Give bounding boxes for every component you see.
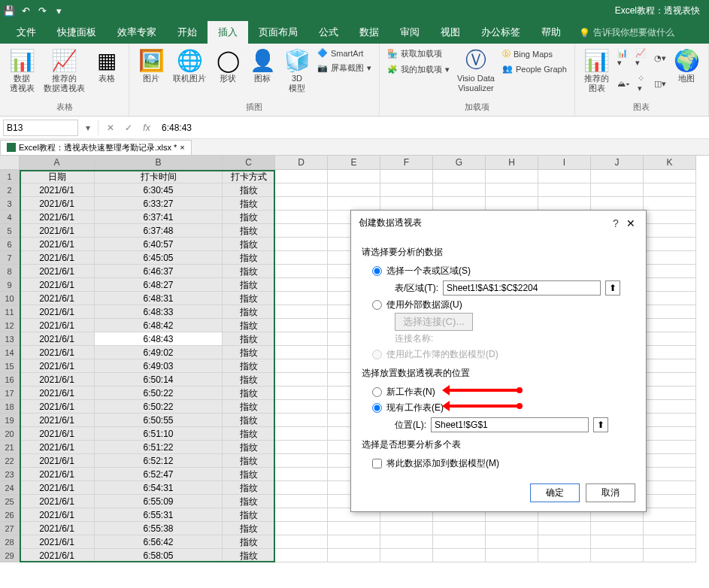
cell[interactable]: 日期 — [20, 170, 95, 183]
row-header[interactable]: 3 — [0, 197, 20, 211]
radio-new-input[interactable] — [372, 387, 382, 397]
cell[interactable] — [275, 292, 328, 305]
cell[interactable]: 6:49:03 — [95, 359, 223, 373]
cell[interactable]: 指纹 — [223, 319, 275, 332]
cell[interactable]: 2021/6/1 — [20, 373, 95, 386]
cell[interactable]: 6:37:48 — [95, 224, 223, 238]
cell[interactable]: 2021/6/1 — [20, 278, 95, 292]
cell[interactable]: 2021/6/1 — [20, 292, 95, 305]
cell[interactable] — [644, 183, 696, 197]
cell[interactable]: 指纹 — [223, 359, 275, 373]
row-header[interactable]: 17 — [0, 386, 20, 400]
cell[interactable]: 6:49:02 — [95, 346, 223, 359]
formula-input[interactable]: 6:48:43 — [156, 123, 709, 133]
radio-existing-sheet[interactable]: 现有工作表(E) — [362, 400, 635, 416]
cell[interactable]: 指纹 — [223, 183, 275, 197]
cell[interactable] — [433, 170, 486, 183]
cell[interactable]: 6:58:05 — [95, 549, 223, 562]
cell[interactable] — [328, 170, 380, 183]
cell[interactable]: 指纹 — [223, 211, 275, 224]
row-header[interactable]: 4 — [0, 211, 20, 224]
cell[interactable]: 6:48:27 — [95, 278, 223, 292]
cell[interactable] — [644, 427, 696, 441]
radio-new-sheet[interactable]: 新工作表(N) — [362, 384, 635, 400]
check-model-input[interactable] — [372, 459, 382, 468]
tab-pagelayout[interactable]: 页面布局 — [248, 21, 308, 44]
cell[interactable]: 指纹 — [223, 549, 275, 562]
cell[interactable] — [275, 481, 328, 495]
save-icon[interactable]: 💾 — [3, 5, 15, 17]
row-header[interactable]: 18 — [0, 400, 20, 414]
help-icon[interactable]: ? — [608, 217, 623, 229]
icons-button[interactable]: 👤图标 — [247, 47, 278, 85]
cancel-formula-icon[interactable]: ✕ — [102, 123, 120, 133]
tab-officetab[interactable]: 办公标签 — [471, 21, 531, 44]
cell[interactable]: 指纹 — [223, 468, 275, 481]
cell[interactable]: 指纹 — [223, 305, 275, 319]
cell[interactable]: 指纹 — [223, 481, 275, 495]
cell[interactable]: 6:48:42 — [95, 319, 223, 332]
cell[interactable] — [328, 549, 380, 562]
cell[interactable]: 2021/6/1 — [20, 197, 95, 211]
surface-chart-icon[interactable]: ◫▾ — [653, 72, 668, 95]
cell[interactable]: 指纹 — [223, 508, 275, 522]
scatter-chart-icon[interactable]: ⁘▾ — [636, 72, 648, 95]
cell[interactable] — [644, 265, 696, 278]
cell[interactable] — [275, 170, 328, 183]
cell[interactable] — [644, 292, 696, 305]
workbook-tab[interactable]: Excel教程：透视表快速整理考勤记录.xlsx * × — [0, 140, 192, 155]
row-header[interactable]: 20 — [0, 427, 20, 441]
col-header[interactable]: H — [486, 156, 538, 170]
get-addins-button[interactable]: 🏪获取加载项 — [386, 47, 451, 61]
cell[interactable]: 指纹 — [223, 278, 275, 292]
cell[interactable]: 6:40:57 — [95, 238, 223, 251]
row-header[interactable]: 26 — [0, 508, 20, 522]
cell[interactable] — [644, 197, 696, 211]
cell[interactable] — [275, 549, 328, 562]
cell[interactable]: 指纹 — [223, 522, 275, 535]
tab-formulas[interactable]: 公式 — [308, 21, 349, 44]
cell[interactable]: 6:50:22 — [95, 386, 223, 400]
close-tab-icon[interactable]: × — [180, 143, 184, 152]
tab-data[interactable]: 数据 — [349, 21, 389, 44]
tab-efficiency[interactable]: 效率专家 — [107, 21, 167, 44]
cell[interactable]: 6:48:33 — [95, 305, 223, 319]
cell[interactable] — [275, 414, 328, 427]
cell[interactable] — [486, 170, 538, 183]
location-input[interactable] — [431, 417, 589, 432]
cell[interactable] — [486, 183, 538, 197]
cell[interactable] — [275, 359, 328, 373]
cell[interactable] — [538, 549, 591, 562]
range-input[interactable] — [443, 280, 601, 296]
cell[interactable]: 2021/6/1 — [20, 441, 95, 454]
cell[interactable]: 6:50:14 — [95, 373, 223, 386]
cell[interactable]: 2021/6/1 — [20, 319, 95, 332]
cell[interactable] — [275, 535, 328, 549]
cell[interactable]: 6:45:05 — [95, 251, 223, 265]
cell[interactable]: 2021/6/1 — [20, 549, 95, 562]
tell-me-box[interactable]: 💡 告诉我你想要做什么 — [571, 22, 682, 44]
cell[interactable] — [644, 373, 696, 386]
cell[interactable] — [644, 468, 696, 481]
cell[interactable] — [644, 346, 696, 359]
row-header[interactable]: 5 — [0, 224, 20, 238]
cell[interactable] — [328, 197, 380, 211]
col-header[interactable]: C — [223, 156, 275, 170]
cell[interactable]: 指纹 — [223, 332, 275, 346]
row-header[interactable]: 1 — [0, 170, 20, 183]
cell[interactable] — [486, 197, 538, 211]
col-header[interactable]: D — [275, 156, 328, 170]
cell[interactable] — [644, 278, 696, 292]
radio-select-table[interactable]: 选择一个表或区域(S) — [362, 263, 635, 279]
row-header[interactable]: 6 — [0, 238, 20, 251]
bing-maps-button[interactable]: ⓑBing Maps — [501, 47, 568, 61]
cell[interactable] — [644, 305, 696, 319]
cell[interactable] — [380, 549, 433, 562]
cancel-button[interactable]: 取消 — [586, 483, 635, 502]
cell[interactable] — [328, 535, 380, 549]
tab-review[interactable]: 审阅 — [389, 21, 430, 44]
cell[interactable]: 2021/6/1 — [20, 481, 95, 495]
cell[interactable] — [380, 170, 433, 183]
cell[interactable] — [380, 535, 433, 549]
cell[interactable]: 指纹 — [223, 197, 275, 211]
